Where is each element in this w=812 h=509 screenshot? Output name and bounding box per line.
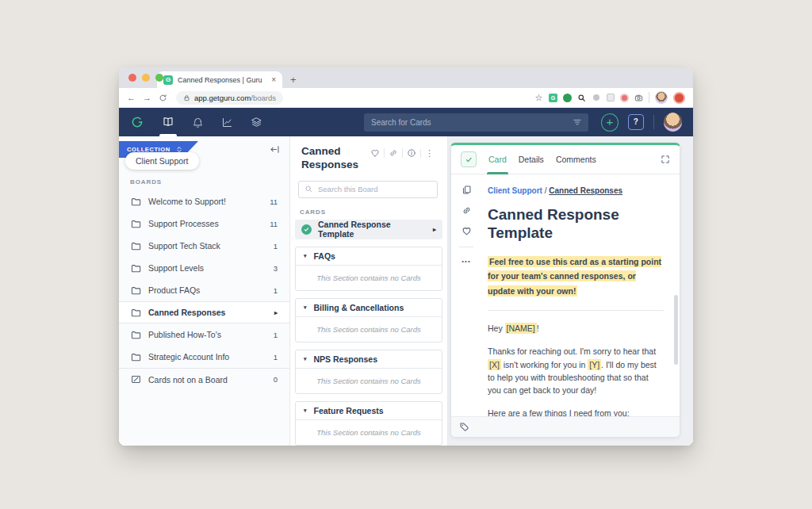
- main-content: COLLECTION Client Support BOARDS Welcome…: [119, 136, 693, 446]
- section-header[interactable]: ▾ Feature Requests: [296, 402, 442, 420]
- tab-comments[interactable]: Comments: [556, 145, 596, 174]
- section-empty-text: This Section contains no Cards: [296, 266, 442, 290]
- caret-down-icon[interactable]: ▾: [304, 356, 307, 362]
- card-search-bar[interactable]: [364, 113, 588, 132]
- kebab-menu-icon[interactable]: ⋮: [420, 149, 438, 158]
- user-avatar[interactable]: [664, 113, 682, 132]
- board-count: 1: [274, 353, 278, 362]
- search-extension-icon[interactable]: [577, 94, 586, 102]
- breadcrumb: Client Support / Canned Responses: [488, 185, 664, 197]
- card-intro-paragraph: Feel free to use this card as a starting…: [488, 254, 664, 298]
- breadcrumb-collection-link[interactable]: Client Support: [488, 186, 542, 195]
- new-tab-button[interactable]: +: [290, 74, 297, 88]
- info-icon[interactable]: [402, 148, 420, 158]
- more-actions-icon[interactable]: •••: [462, 258, 470, 265]
- board-item-support-levels[interactable]: Support Levels 3: [119, 257, 289, 279]
- boards-nav-icon[interactable]: [162, 108, 174, 136]
- tag-icon[interactable]: [459, 422, 469, 432]
- url-field[interactable]: app.getguru.com/boards: [176, 91, 283, 105]
- browser-address-bar: ← → app.getguru.com/boards ☆ G: [119, 88, 693, 108]
- collections-layers-icon[interactable]: [251, 108, 262, 136]
- board-item-canned-responses-selected[interactable]: Canned Responses ▸: [119, 301, 289, 323]
- gray-square-extension-icon[interactable]: [607, 94, 615, 101]
- board-name: Support Levels: [148, 263, 204, 273]
- card-search-input[interactable]: [371, 118, 581, 127]
- help-button[interactable]: ?: [628, 114, 644, 130]
- browser-tab[interactable]: G Canned Responses | Guru ×: [157, 71, 282, 88]
- caret-down-icon[interactable]: ▾: [304, 304, 307, 311]
- guru-logo-icon[interactable]: [130, 115, 144, 129]
- board-item-support-tech-stack[interactable]: Support Tech Stack 1: [119, 235, 289, 257]
- guru-extension-icon[interactable]: G: [549, 94, 557, 102]
- greeting-prefix: Hey: [488, 323, 505, 333]
- url-path: /boards: [251, 94, 276, 102]
- browser-profile-badge[interactable]: [673, 92, 685, 104]
- card-name: Canned Response Template: [318, 220, 427, 239]
- gray-dot-extension-icon[interactable]: [593, 94, 599, 101]
- close-window-button[interactable]: [128, 74, 136, 82]
- board-name: Canned Responses: [148, 308, 225, 317]
- card-body: ••• Client Support / Canned Responses Ca…: [451, 174, 680, 416]
- board-search-input[interactable]: [318, 185, 431, 193]
- card-list-item-selected[interactable]: Canned Response Template ▸: [295, 220, 442, 239]
- browser-window: G Canned Responses | Guru × + ← → app.ge…: [119, 67, 693, 446]
- green-circle-extension-icon[interactable]: [563, 94, 572, 102]
- tab-details[interactable]: Details: [519, 145, 544, 174]
- section-header[interactable]: ▾ NPS Responses: [296, 350, 442, 369]
- board-name: Support Processes: [148, 219, 219, 228]
- board-title: Canned Responses: [301, 145, 366, 172]
- board-item-support-processes[interactable]: Support Processes 11: [119, 212, 289, 235]
- tab-card[interactable]: Card: [488, 145, 507, 174]
- card-scrollbar-thumb[interactable]: [674, 295, 678, 365]
- board-name: Cards not on a Board: [148, 375, 228, 385]
- card-footer: [451, 416, 680, 437]
- back-icon[interactable]: ←: [127, 93, 136, 102]
- board-item-product-faqs[interactable]: Product FAQs 1: [119, 279, 289, 301]
- zoom-window-button[interactable]: [155, 74, 163, 82]
- section-billing-cancellations: ▾ Billing & Cancellations This Section c…: [295, 298, 442, 343]
- section-header[interactable]: ▾ FAQs: [296, 247, 442, 266]
- name-token: [NAME]: [505, 323, 537, 334]
- verify-checkbox[interactable]: [461, 151, 477, 167]
- copy-link-icon[interactable]: [384, 148, 402, 158]
- card-slash-icon: [131, 374, 141, 385]
- reload-icon[interactable]: [159, 94, 167, 102]
- copy-card-icon[interactable]: [462, 185, 472, 195]
- favorite-heart-icon[interactable]: [366, 148, 384, 158]
- board-actions: ⋮: [366, 147, 438, 159]
- board-count: 1: [274, 286, 278, 295]
- board-count: 0: [274, 375, 278, 384]
- copy-link-icon[interactable]: [462, 205, 472, 216]
- board-item-cards-not-on-a-board[interactable]: Cards not on a Board 0: [119, 368, 289, 390]
- create-card-button[interactable]: +: [601, 113, 619, 132]
- section-header[interactable]: ▾ Billing & Cancellations: [296, 299, 442, 317]
- caret-down-icon[interactable]: ▾: [304, 253, 307, 259]
- bookmark-star-icon[interactable]: ☆: [534, 94, 543, 102]
- notifications-bell-icon[interactable]: [192, 108, 204, 136]
- favorite-heart-icon[interactable]: [462, 226, 472, 236]
- folder-icon: [131, 352, 141, 362]
- expand-card-icon[interactable]: [661, 155, 670, 164]
- minimize-window-button[interactable]: [142, 74, 150, 82]
- analytics-chart-icon[interactable]: [221, 108, 233, 136]
- folder-icon: [131, 308, 141, 318]
- folder-icon: [131, 330, 141, 340]
- body-paragraph: Thanks for reaching out. I'm sorry to he…: [488, 345, 664, 396]
- collapse-sidebar-icon[interactable]: [270, 144, 280, 155]
- browser-profile-avatar[interactable]: [655, 91, 668, 104]
- board-item-published-how-tos[interactable]: Published How-To's 1: [119, 323, 289, 346]
- close-tab-icon[interactable]: ×: [271, 75, 276, 84]
- content-divider: [488, 310, 664, 311]
- board-search-box[interactable]: [298, 181, 438, 198]
- body-text: isn't working for you in: [501, 360, 588, 369]
- collection-name-pill[interactable]: Client Support: [125, 152, 199, 170]
- red-swirl-extension-icon[interactable]: [620, 94, 629, 102]
- forward-icon[interactable]: →: [143, 93, 151, 102]
- breadcrumb-board-link[interactable]: Canned Responses: [549, 186, 622, 195]
- highlighted-text: Feel free to use this card as a starting…: [488, 256, 661, 297]
- board-item-welcome-to-support[interactable]: Welcome to Support! 11: [119, 190, 289, 212]
- search-filter-icon[interactable]: [573, 117, 582, 127]
- camera-extension-icon[interactable]: [634, 94, 643, 102]
- board-item-strategic-account-info[interactable]: Strategic Account Info 1: [119, 346, 289, 368]
- caret-down-icon[interactable]: ▾: [304, 408, 307, 414]
